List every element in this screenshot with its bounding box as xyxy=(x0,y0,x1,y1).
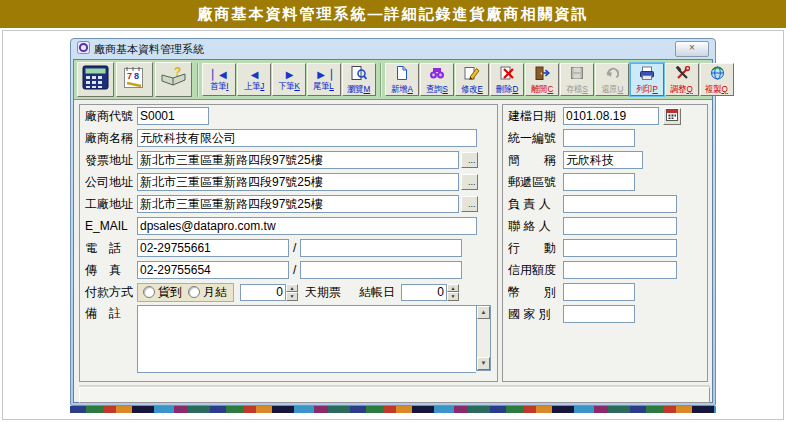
currency-row: 幣 別 xyxy=(503,281,707,303)
save-floppy-icon xyxy=(570,66,584,84)
note-textarea[interactable] xyxy=(137,305,476,373)
first-record-icon: ▏◀ xyxy=(212,68,225,81)
closing-spin-down-icon[interactable]: ▼ xyxy=(447,292,459,301)
next-record-icon: ▶ xyxy=(286,68,293,81)
calculator-icon xyxy=(82,65,109,94)
close-button[interactable]: × xyxy=(675,41,709,57)
last-record-button[interactable]: ▶▕ 尾筆L xyxy=(307,63,341,96)
calendar-icon: 78 xyxy=(122,65,147,94)
payment-cod-radio[interactable] xyxy=(143,286,155,298)
credit-label: 信用額度 xyxy=(508,262,563,279)
owner-label: 負 責 人 xyxy=(508,196,563,213)
note-scrollbar[interactable]: ▲ ▼ xyxy=(476,305,491,371)
fax-row: 傳 真 / xyxy=(80,259,497,281)
mobile-row: 行 動 xyxy=(503,237,707,259)
query-button[interactable]: 查詢S xyxy=(420,63,454,96)
closing-day-label: 結帳日 xyxy=(359,284,395,301)
scroll-down-icon[interactable]: ▼ xyxy=(477,357,490,370)
invoice-address-browse-button[interactable]: ... xyxy=(461,152,478,168)
printer-icon xyxy=(639,66,655,84)
tax-id-input[interactable] xyxy=(563,129,635,147)
days-label: 天期票 xyxy=(305,284,341,301)
page-title: 廠商基本資料管理系統—詳細記錄進貨廠商相關資訊 xyxy=(0,0,786,28)
date-picker-button[interactable] xyxy=(663,108,681,125)
vendor-name-input[interactable] xyxy=(137,129,477,147)
tax-id-row: 統一編號 xyxy=(503,127,707,149)
window-titlebar[interactable]: 廠商基本資料管理系統 × xyxy=(73,39,713,59)
mobile-label: 行 動 xyxy=(508,240,563,257)
phone2-input[interactable] xyxy=(300,239,462,257)
app-window: 廠商基本資料管理系統 × 78 ? xyxy=(70,38,716,406)
save-button[interactable]: 存檔S xyxy=(560,63,594,96)
prev-record-button[interactable]: ◀ 上筆J xyxy=(237,63,271,96)
close-icon: × xyxy=(689,42,695,53)
search-binoculars-icon xyxy=(429,66,445,84)
vendor-code-input[interactable] xyxy=(137,107,209,125)
email-input[interactable] xyxy=(137,217,477,235)
created-date-input[interactable] xyxy=(563,107,659,125)
scroll-up-icon[interactable]: ▲ xyxy=(477,306,490,319)
closing-spin-up-icon[interactable]: ▲ xyxy=(447,284,459,293)
help-book-icon: ? xyxy=(160,66,187,94)
zip-input[interactable] xyxy=(563,173,635,191)
short-name-input[interactable] xyxy=(563,151,643,169)
payment-cod-label: 貨到 xyxy=(158,284,182,301)
print-button[interactable]: 列印P xyxy=(630,63,664,96)
copy-button[interactable]: 複製Q xyxy=(700,63,734,96)
company-address-input[interactable] xyxy=(137,173,459,191)
adjust-button[interactable]: 調整Q xyxy=(665,63,699,96)
exit-button[interactable]: 離開C xyxy=(525,63,559,96)
next-record-button[interactable]: ▶ 下筆K xyxy=(272,63,306,96)
contact-label: 聯 絡 人 xyxy=(508,218,563,235)
delete-button[interactable]: 刪除D xyxy=(490,63,524,96)
undo-button[interactable]: 還原U xyxy=(595,63,629,96)
company-address-browse-button[interactable]: ... xyxy=(461,174,478,190)
vendor-code-row: 廠商代號 xyxy=(80,105,497,127)
credit-input[interactable] xyxy=(563,261,677,279)
owner-row: 負 責 人 xyxy=(503,193,707,215)
contact-input[interactable] xyxy=(563,217,677,235)
currency-input[interactable] xyxy=(563,283,635,301)
help-button[interactable]: ? xyxy=(155,62,192,97)
edit-button[interactable]: 修改E xyxy=(455,63,489,96)
country-input[interactable] xyxy=(563,305,635,323)
first-record-button[interactable]: ▏◀ 首筆I xyxy=(202,63,236,96)
payment-monthly-label: 月結 xyxy=(203,284,227,301)
payment-label: 付款方式 xyxy=(85,284,137,301)
app-icon xyxy=(77,40,90,58)
short-name-label: 簡 稱 xyxy=(508,152,563,169)
svg-text:?: ? xyxy=(174,66,181,79)
closing-day-input[interactable] xyxy=(401,284,447,301)
calculator-button[interactable] xyxy=(77,62,114,97)
credit-row: 信用額度 xyxy=(503,259,707,281)
phone-input[interactable] xyxy=(137,239,289,257)
factory-address-input[interactable] xyxy=(137,195,459,213)
calendar-button[interactable]: 78 xyxy=(116,62,153,97)
svg-text:8: 8 xyxy=(134,71,139,81)
factory-address-browse-button[interactable]: ... xyxy=(461,196,478,212)
days-spin-down-icon[interactable]: ▼ xyxy=(286,292,298,301)
toolbar: 78 ? ▏◀ 首筆I ◀ 上筆J ▶ 下筆K ▶▕ xyxy=(74,60,712,100)
phone-label: 電 話 xyxy=(85,240,137,257)
fax-input[interactable] xyxy=(137,261,289,279)
vendor-main-panel: 廠商代號 廠商名稱 發票地址 ... 公司地址 ... 工廠地址 ... xyxy=(79,104,498,382)
company-address-row: 公司地址 ... xyxy=(80,171,497,193)
days-input[interactable] xyxy=(240,284,286,301)
fax2-input[interactable] xyxy=(300,261,462,279)
email-row: E_MAIL xyxy=(80,215,497,237)
status-bar xyxy=(79,387,710,403)
fax-separator: / xyxy=(293,263,296,277)
svg-text:7: 7 xyxy=(127,71,132,81)
owner-input[interactable] xyxy=(563,195,677,213)
mobile-input[interactable] xyxy=(563,239,677,257)
invoice-address-input[interactable] xyxy=(137,151,459,169)
payment-radio-group: 貨到 月結 xyxy=(137,283,234,302)
payment-monthly-radio[interactable] xyxy=(188,286,200,298)
add-button[interactable]: 新增A xyxy=(385,63,419,96)
days-spin-up-icon[interactable]: ▲ xyxy=(286,284,298,293)
factory-address-row: 工廠地址 ... xyxy=(80,193,497,215)
contact-row: 聯 絡 人 xyxy=(503,215,707,237)
browse-button[interactable]: 瀏覽M xyxy=(342,63,376,96)
note-label: 備 註 xyxy=(85,305,137,322)
mini-calendar-icon xyxy=(666,109,678,124)
